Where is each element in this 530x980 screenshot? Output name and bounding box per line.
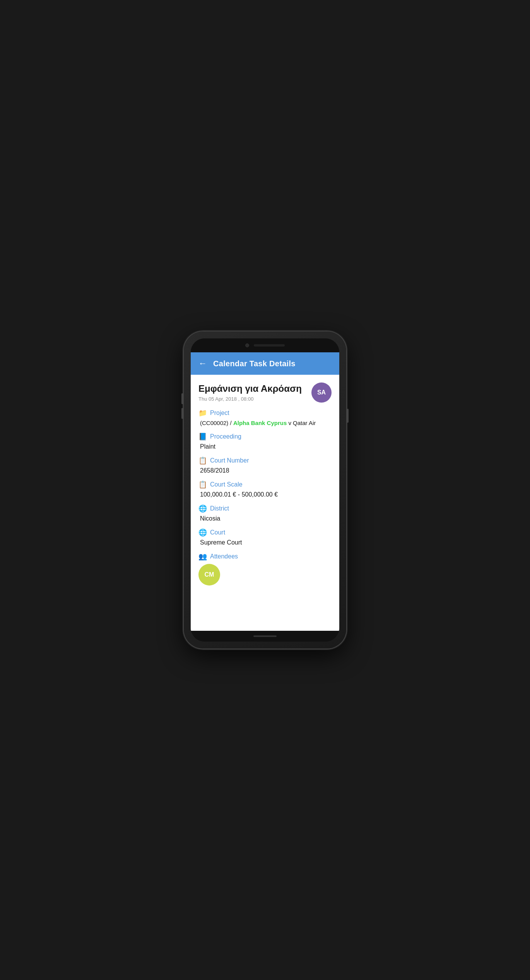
court-number-label: 📋 Court Number	[198, 456, 332, 465]
avatar: SA	[311, 382, 332, 403]
court-number-icon: 📋	[198, 456, 207, 465]
court-label: 🌐 Court	[198, 528, 332, 537]
phone-top-bar	[191, 338, 339, 352]
event-title: Εμφάνιση για Ακρόαση	[198, 382, 302, 394]
project-label: 📁 Project	[198, 409, 332, 417]
volume-buttons	[181, 393, 183, 419]
app-header: ← Calendar Task Details	[191, 352, 339, 375]
phone-bottom-bar	[191, 631, 339, 642]
event-datetime: Thu 05 Apr, 2018 , 08:00	[198, 396, 302, 402]
attendees-section: 👥 Attendees CM	[198, 552, 332, 586]
power-button	[347, 409, 349, 423]
volume-up-button	[181, 393, 183, 404]
district-globe-icon: 🌐	[198, 504, 207, 513]
event-title-row: Εμφάνιση για Ακρόαση Thu 05 Apr, 2018 , …	[198, 382, 332, 403]
court-value: Supreme Court	[198, 539, 332, 546]
proceeding-label: 📘 Proceeding	[198, 432, 332, 441]
court-globe-icon: 🌐	[198, 528, 207, 537]
district-label: 🌐 District	[198, 504, 332, 513]
app-screen: ← Calendar Task Details Εμφάνιση για Ακρ…	[191, 352, 339, 631]
back-button[interactable]: ←	[198, 359, 207, 369]
court-number-section: 📋 Court Number 2658/2018	[198, 456, 332, 474]
phone-screen: ← Calendar Task Details Εμφάνιση για Ακρ…	[191, 338, 339, 642]
content-area: Εμφάνιση για Ακρόαση Thu 05 Apr, 2018 , …	[191, 375, 339, 631]
event-title-block: Εμφάνιση για Ακρόαση Thu 05 Apr, 2018 , …	[198, 382, 302, 402]
attendees-icon: 👥	[198, 552, 207, 561]
court-section: 🌐 Court Supreme Court	[198, 528, 332, 546]
camera-dot	[245, 343, 249, 347]
court-number-label-text: Court Number	[210, 457, 249, 464]
district-label-text: District	[210, 505, 229, 512]
volume-down-button	[181, 408, 183, 419]
court-scale-value: 100,000.01 € - 500,000.00 €	[198, 491, 332, 498]
project-value: (CC00002) / Alpha Bank Cyprus v Qatar Ai…	[198, 420, 332, 426]
attendees-label: 👥 Attendees	[198, 552, 332, 561]
project-label-text: Project	[210, 410, 229, 417]
attendees-label-text: Attendees	[210, 553, 238, 560]
page-title: Calendar Task Details	[213, 359, 296, 368]
court-scale-label-text: Court Scale	[210, 481, 243, 488]
home-indicator	[253, 635, 277, 637]
attendee-avatar-cm: CM	[198, 564, 220, 586]
speaker-bar	[254, 344, 285, 347]
court-number-value: 2658/2018	[198, 467, 332, 474]
court-scale-label: 📋 Court Scale	[198, 480, 332, 489]
district-section: 🌐 District Nicosia	[198, 504, 332, 522]
court-scale-icon: 📋	[198, 480, 207, 489]
project-section: 📁 Project (CC00002) / Alpha Bank Cyprus …	[198, 409, 332, 426]
project-suffix: v Qatar Air	[287, 420, 316, 426]
district-value: Nicosia	[198, 515, 332, 522]
proceeding-value: Plaint	[198, 443, 332, 450]
proceeding-section: 📘 Proceeding Plaint	[198, 432, 332, 450]
project-highlight: Alpha Bank Cyprus	[233, 420, 287, 426]
proceeding-label-text: Proceeding	[210, 433, 241, 440]
book-icon: 📘	[198, 432, 207, 441]
project-prefix: (CC00002) /	[200, 420, 233, 426]
court-scale-section: 📋 Court Scale 100,000.01 € - 500,000.00 …	[198, 480, 332, 498]
phone-device: ← Calendar Task Details Εμφάνιση για Ακρ…	[184, 331, 346, 649]
court-label-text: Court	[210, 529, 225, 536]
folder-icon: 📁	[198, 409, 207, 417]
